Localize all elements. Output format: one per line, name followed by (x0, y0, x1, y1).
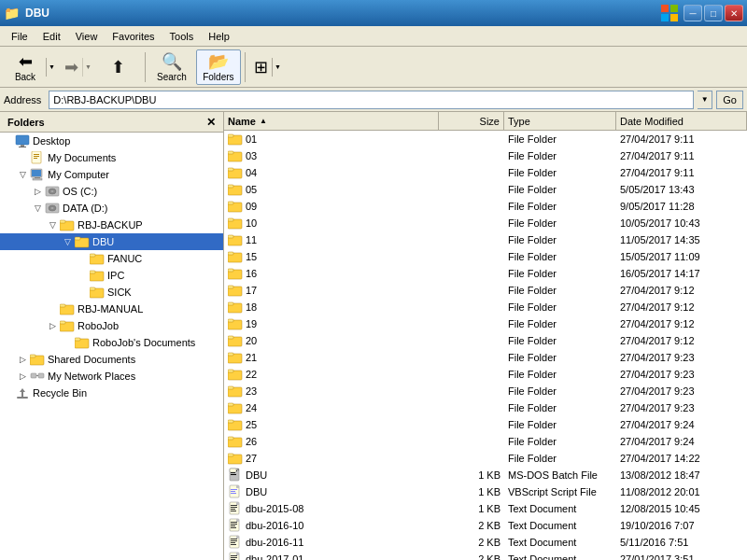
tree-item-data-d[interactable]: ▽ DATA (D:) (0, 200, 223, 217)
tree-item-shared-docs[interactable]: ▷ Shared Documents (0, 351, 223, 368)
menu-file[interactable]: File (4, 29, 35, 44)
file-row[interactable]: dbu-2016-102 KBText Document19/10/2016 7… (224, 517, 747, 534)
col-header-name[interactable]: Name ▲ (224, 112, 439, 130)
file-cell-name: 27 (224, 451, 439, 466)
file-row[interactable]: 26File Folder27/04/2017 9:24 (224, 433, 747, 450)
tree-item-my-docs[interactable]: My Documents (0, 149, 223, 166)
menu-favorites[interactable]: Favorites (105, 29, 162, 44)
file-cell-size (439, 289, 504, 291)
file-cell-type: File Folder (504, 217, 616, 230)
svg-rect-24 (75, 237, 80, 240)
close-button[interactable]: ✕ (725, 5, 743, 21)
file-row[interactable]: 23File Folder27/04/2017 9:23 (224, 383, 747, 399)
tree-item-rbj-backup[interactable]: ▽ RBJ-BACKUP (0, 217, 223, 233)
file-name-label: 01 (246, 133, 257, 145)
col-header-size[interactable]: Size (439, 112, 504, 130)
search-button[interactable]: 🔍 Search (149, 49, 194, 85)
folders-panel-close[interactable]: ✕ (206, 116, 216, 129)
tree-item-ipc[interactable]: IPC (0, 267, 223, 284)
file-row[interactable]: 20File Folder27/04/2017 9:12 (224, 332, 747, 349)
svg-rect-34 (60, 321, 65, 324)
back-dropdown-arrow[interactable]: ▼ (46, 58, 57, 77)
file-row[interactable]: dbu-2017-012 KBText Document27/01/2017 3… (224, 551, 747, 560)
file-row[interactable]: 25File Folder27/04/2017 9:24 (224, 416, 747, 433)
file-row[interactable]: 05File Folder5/05/2017 13:43 (224, 181, 747, 198)
file-row[interactable]: 03File Folder27/04/2017 9:11 (224, 147, 747, 164)
tree-expander-data-d[interactable]: ▽ (30, 203, 45, 213)
file-row[interactable]: 22File Folder27/04/2017 9:23 (224, 366, 747, 383)
file-row[interactable]: 10File Folder10/05/2017 10:43 (224, 215, 747, 231)
tree-item-my-computer[interactable]: ▽ My Computer (0, 166, 223, 183)
file-row[interactable]: 11File Folder11/05/2017 14:35 (224, 231, 747, 248)
restore-button[interactable]: □ (704, 5, 723, 21)
views-dropdown-arrow[interactable]: ▼ (272, 58, 283, 77)
file-cell-size (439, 256, 504, 258)
file-row[interactable]: 16File Folder16/05/2017 14:17 (224, 265, 747, 282)
file-name-label: 10 (246, 217, 257, 229)
address-dropdown-arrow[interactable]: ▼ (698, 91, 712, 109)
forward-icon: ➡ (64, 57, 78, 77)
tree-item-robojob-docs[interactable]: RoboJob's Documents (0, 334, 223, 351)
tree-item-desktop[interactable]: Desktop (0, 133, 223, 149)
tree-item-dbu[interactable]: ▽ DBU (0, 233, 223, 250)
svg-rect-26 (90, 254, 95, 257)
menu-help[interactable]: Help (201, 29, 237, 44)
file-cell-size (439, 323, 504, 325)
file-cell-size (439, 306, 504, 308)
forward-dropdown-arrow[interactable]: ▼ (82, 58, 93, 77)
tree-item-rbj-manual[interactable]: RBJ-MANUAL (0, 301, 223, 317)
file-row[interactable]: 01File Folder27/04/2017 9:11 (224, 131, 747, 147)
file-row[interactable]: 17File Folder27/04/2017 9:12 (224, 282, 747, 299)
up-button[interactable]: ⬆ (96, 49, 141, 85)
tree-item-robojob[interactable]: ▷ RoboJob (0, 317, 223, 334)
back-button[interactable]: ⬅ Back ▼ (4, 50, 58, 84)
tree-item-recycle-bin[interactable]: Recycle Bin (0, 385, 223, 401)
file-cell-type: File Folder (504, 301, 616, 314)
tree-expander-dbu[interactable]: ▽ (60, 237, 75, 246)
svg-rect-32 (60, 304, 65, 307)
file-cell-date: 27/04/2017 9:23 (616, 401, 747, 414)
tree-item-os-c[interactable]: ▷ OS (C:) (0, 183, 223, 200)
svg-rect-115 (236, 536, 239, 539)
file-cell-name: dbu-2015-08 (224, 500, 439, 517)
menu-view[interactable]: View (68, 29, 106, 44)
svg-point-20 (51, 207, 54, 209)
file-row[interactable]: 19File Folder27/04/2017 9:12 (224, 315, 747, 332)
views-button[interactable]: ⊞ ▼ (249, 50, 284, 84)
file-row[interactable]: 21File Folder27/04/2017 9:23 (224, 349, 747, 366)
menu-tools[interactable]: Tools (162, 29, 202, 44)
tree-item-sick[interactable]: SICK (0, 284, 223, 301)
file-row[interactable]: 27File Folder27/04/2017 14:22 (224, 450, 747, 467)
file-cell-name: 20 (224, 333, 439, 348)
svg-rect-86 (231, 474, 236, 475)
folders-panel-title: Folders (7, 117, 45, 128)
tree-item-fanuc[interactable]: FANUC (0, 250, 223, 267)
minimize-button[interactable]: ─ (684, 5, 702, 21)
tree-expander-my-computer[interactable]: ▽ (15, 170, 30, 179)
svg-rect-38 (30, 355, 35, 357)
address-input[interactable] (49, 91, 694, 109)
tree-expander-rbj-backup[interactable]: ▽ (45, 220, 60, 230)
file-row[interactable]: dbu-2015-081 KBText Document12/08/2015 1… (224, 500, 747, 517)
file-row[interactable]: 09File Folder9/05/2017 11:28 (224, 198, 747, 215)
tree-expander-shared-docs[interactable]: ▷ (15, 355, 30, 364)
col-header-date[interactable]: Date Modified (616, 112, 747, 130)
file-row[interactable]: 24File Folder27/04/2017 9:23 (224, 399, 747, 416)
forward-button[interactable]: ➡ ▼ (60, 50, 94, 84)
tree-expander-os-c[interactable]: ▷ (30, 187, 45, 196)
file-row[interactable]: 18File Folder27/04/2017 9:12 (224, 299, 747, 315)
menu-edit[interactable]: Edit (35, 29, 68, 44)
col-header-type[interactable]: Type (504, 112, 616, 130)
file-row[interactable]: DBU1 KBMS-DOS Batch File13/08/2012 18:47 (224, 467, 747, 483)
go-button[interactable]: Go (716, 91, 743, 109)
file-row[interactable]: 04File Folder27/04/2017 9:11 (224, 164, 747, 181)
file-row[interactable]: 15File Folder15/05/2017 11:09 (224, 248, 747, 265)
tree-expander-network-places[interactable]: ▷ (15, 371, 30, 381)
file-cell-name: 22 (224, 367, 439, 382)
tree-item-network-places[interactable]: ▷ My Network Places (0, 368, 223, 385)
file-cell-type: File Folder (504, 385, 616, 398)
tree-expander-robojob[interactable]: ▷ (45, 321, 60, 330)
file-row[interactable]: DBU1 KBVBScript Script File11/08/2012 20… (224, 483, 747, 500)
file-row[interactable]: dbu-2016-112 KBText Document5/11/2016 7:… (224, 534, 747, 551)
folders-button[interactable]: 📂 Folders (196, 49, 241, 85)
